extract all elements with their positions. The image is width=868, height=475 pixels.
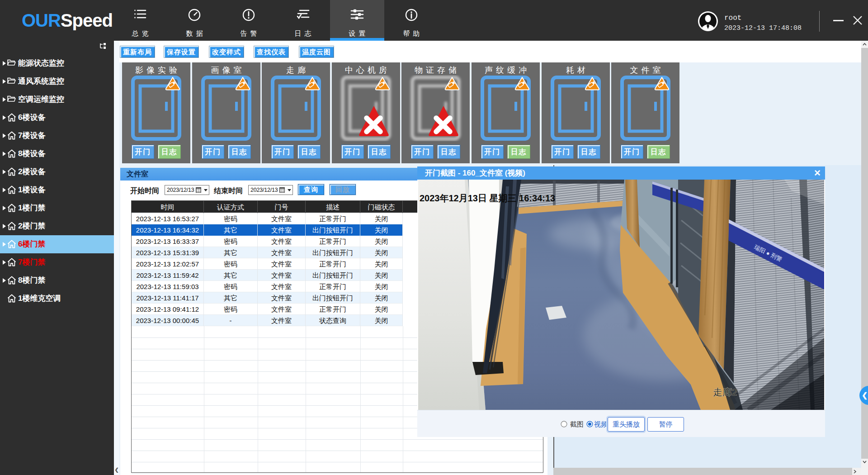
svg-text:2023年12月13日 星期三 16:34:13: 2023年12月13日 星期三 16:34:13 [420, 193, 555, 203]
svg-text:走廊2: 走廊2 [713, 387, 737, 397]
